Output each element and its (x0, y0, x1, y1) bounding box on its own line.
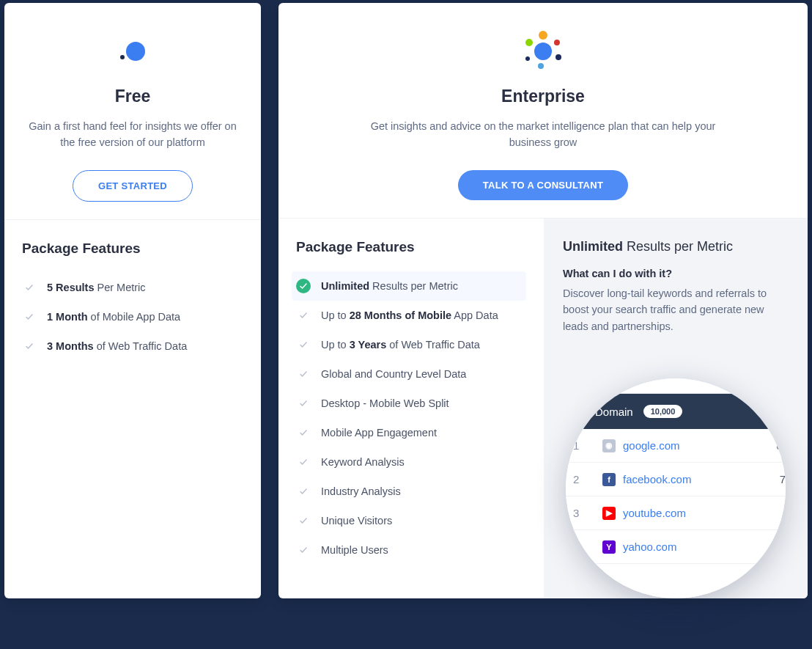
detail-text: Discover long-tail keywords and referral… (563, 285, 789, 334)
svg-point-2 (534, 43, 552, 60)
preview-value: 7 (780, 473, 786, 485)
feature-detail-panel: Unlimited Results per Metric What can I … (544, 219, 808, 598)
preview-search-bar: ch (566, 378, 786, 394)
feature-text: Global and Country Level Data (321, 368, 466, 380)
svg-point-6 (556, 54, 561, 60)
plan-card-enterprise: Enterprise Get insights and advice on th… (278, 3, 808, 598)
feature-text: Desktop - Mobile Web Split (321, 397, 449, 409)
preview-rank: 1 (573, 439, 602, 452)
feature-row[interactable]: Up to 28 Months of Mobile App Data (296, 301, 526, 330)
preview-row: 1 ◉ google.com 8. (566, 429, 786, 463)
svg-point-8 (525, 56, 530, 61)
check-icon (296, 396, 311, 411)
feature-text: Up to 28 Months of Mobile App Data (321, 309, 498, 321)
plan-desc-enterprise: Get insights and advice on the market in… (367, 118, 719, 151)
magnifier-preview: ch Domain 10,000 1 ◉ google.com (566, 378, 786, 598)
feature-text: Industry Analysis (321, 485, 401, 497)
preview-site: ◉ google.com (602, 439, 776, 452)
feature-row[interactable]: Industry Analysis (296, 477, 526, 506)
detail-subheading: What can I do with it? (563, 268, 789, 279)
plan-card-free: Free Gain a first hand feel for insights… (4, 3, 261, 598)
preview-row: 2 f facebook.com 7 (566, 463, 786, 496)
svg-point-1 (120, 55, 125, 59)
check-icon (296, 367, 311, 381)
features-enterprise: Package Features Unlimited Results per M… (278, 219, 544, 598)
check-icon (22, 280, 37, 295)
get-started-button[interactable]: GET STARTED (73, 170, 193, 202)
feature-row: 1 Month of Mobile App Data (22, 302, 243, 331)
preview-rank: 3 (573, 507, 602, 519)
feature-row[interactable]: Unlimited Results per Metric (292, 271, 526, 301)
feature-row[interactable]: Unique Visitors (296, 506, 526, 535)
plan-desc-free: Gain a first hand feel for insights we o… (22, 118, 243, 151)
feature-text: 1 Month of Mobile App Data (47, 311, 180, 323)
feature-row[interactable]: Keyword Analysis (296, 447, 526, 477)
preview-value: 8. (776, 439, 786, 452)
feature-row[interactable]: Multiple Users (296, 535, 526, 565)
preview-count-badge: 10,000 (643, 405, 683, 418)
svg-point-4 (525, 39, 533, 46)
favicon: ▶ (602, 507, 616, 520)
check-icon (296, 543, 311, 557)
talk-to-consultant-button[interactable]: TALK TO A CONSULTANT (458, 170, 628, 200)
svg-point-3 (539, 31, 547, 40)
plan-icon-free (22, 23, 243, 76)
feature-row[interactable]: Mobile App Engagement (296, 418, 526, 447)
plan-head-free: Free Gain a first hand feel for insights… (4, 3, 261, 220)
check-icon (22, 309, 37, 324)
features-free: Package Features 5 Results Per Metric 1 … (4, 220, 261, 598)
plan-icon-enterprise (296, 23, 790, 76)
preview-table-header: Domain 10,000 (566, 394, 786, 429)
feature-text: Up to 3 Years of Web Traffic Data (321, 339, 480, 351)
check-icon (296, 513, 311, 528)
check-icon (296, 425, 311, 440)
favicon: f (602, 473, 616, 486)
feature-text: Multiple Users (321, 544, 388, 556)
feature-row: 3 Months of Web Traffic Data (22, 331, 243, 361)
features-title-enterprise: Package Features (296, 239, 526, 255)
preview-row: 3 ▶ youtube.com (566, 496, 786, 530)
feature-text: Keyword Analysis (321, 456, 405, 468)
check-icon (296, 279, 311, 293)
preview-site: ▶ youtube.com (602, 507, 786, 520)
svg-point-7 (538, 63, 544, 69)
feature-row[interactable]: Up to 3 Years of Web Traffic Data (296, 330, 526, 359)
plan-title-free: Free (22, 87, 243, 106)
check-icon (296, 308, 311, 323)
plan-title-enterprise: Enterprise (296, 87, 790, 106)
svg-point-5 (554, 40, 560, 45)
plan-head-enterprise: Enterprise Get insights and advice on th… (278, 3, 808, 219)
feature-row: 5 Results Per Metric (22, 273, 243, 302)
favicon: ◉ (602, 439, 616, 452)
feature-text: Unique Visitors (321, 515, 392, 527)
preview-site: Y yahoo.com (602, 540, 786, 554)
svg-point-0 (126, 42, 145, 61)
feature-text: 3 Months of Web Traffic Data (47, 340, 187, 352)
feature-text: Mobile App Engagement (321, 427, 437, 439)
feature-text: 5 Results Per Metric (47, 282, 146, 293)
preview-row: Y yahoo.com (566, 530, 786, 564)
features-title-free: Package Features (22, 241, 243, 257)
feature-row[interactable]: Global and Country Level Data (296, 359, 526, 389)
feature-row[interactable]: Desktop - Mobile Web Split (296, 389, 526, 418)
check-icon (296, 455, 311, 469)
preview-rank: 2 (573, 473, 602, 485)
favicon: Y (602, 540, 616, 554)
preview-site: f facebook.com (602, 473, 780, 486)
check-icon (296, 484, 311, 499)
check-icon (22, 339, 37, 353)
feature-text: Unlimited Results per Metric (321, 280, 458, 292)
search-icon (756, 378, 771, 381)
detail-title: Unlimited Results per Metric (563, 239, 789, 254)
check-icon (296, 337, 311, 352)
